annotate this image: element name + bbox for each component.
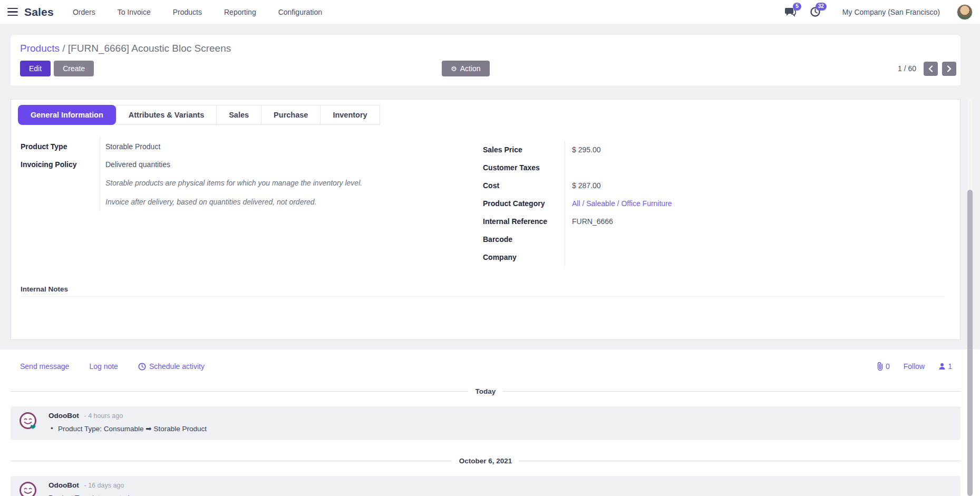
product-type-label: Product Type [21,138,100,155]
pager: 1 / 60 [898,62,956,76]
tab-general-information[interactable]: General Information [18,105,116,125]
company-label: Company [483,248,565,266]
invoicing-policy-help-text: Invoice after delivery, based on quantit… [100,192,421,211]
cost-label: Cost [483,177,565,194]
notebook-tabs: General Information Attributes & Variant… [11,100,960,125]
menu-to-invoice[interactable]: To Invoice [117,5,152,20]
invoicing-policy-label: Invoicing Policy [21,155,100,173]
tab-purchase[interactable]: Purchase [261,105,321,125]
sales-price-label: Sales Price [483,141,565,159]
attachments-counter[interactable]: 0 [876,362,890,371]
customer-taxes-label: Customer Taxes [483,159,565,177]
barcode-label: Barcode [483,230,565,248]
messages-icon[interactable]: 5 [783,6,797,18]
paperclip-icon [876,362,884,371]
message-timestamp: - 16 days ago [84,482,124,489]
odoobot-avatar [19,412,38,431]
activities-clock-icon[interactable]: 32 [809,6,822,18]
chatter: Send message Log note Schedule activity … [0,349,980,496]
cost-value: $ 287.00 [565,177,791,194]
message-author[interactable]: OdooBot [48,481,79,489]
company-value [565,248,791,266]
user-avatar[interactable] [957,4,973,20]
message-body: Product Template created [48,494,952,496]
tab-sales[interactable]: Sales [217,105,261,125]
date-divider-october: October 6, 2021 [11,456,960,465]
gear-icon: ⚙ [451,65,457,73]
top-navbar: Sales Orders To Invoice Products Reporti… [0,0,980,24]
tab-inventory[interactable]: Inventory [321,105,380,125]
message-timestamp: - 4 hours ago [84,412,123,420]
form-sheet: General Information Attributes & Variant… [11,99,960,340]
person-icon [938,363,946,370]
scrollbar-track[interactable] [967,99,973,496]
customer-taxes-value [565,159,791,177]
menu-products[interactable]: Products [172,5,203,20]
schedule-activity-button[interactable]: Schedule activity [138,362,205,371]
create-button[interactable]: Create [54,61,94,76]
control-panel: Products / [FURN_6666] Acoustic Bloc Scr… [11,35,960,85]
invoicing-policy-value: Delivered quantities [100,155,421,173]
messages-badge: 5 [793,3,801,11]
breadcrumb-products-link[interactable]: Products [20,43,60,54]
message-card: OdooBot - 16 days ago Product Template c… [11,476,960,496]
apps-menu-icon[interactable] [7,8,18,16]
followers-counter[interactable]: 1 [938,362,952,371]
log-note-button[interactable]: Log note [89,362,118,371]
edit-button[interactable]: Edit [20,61,51,76]
internal-notes-label: Internal Notes [21,285,68,293]
clock-icon [138,363,146,371]
breadcrumb: Products / [FURN_6666] Acoustic Bloc Scr… [20,43,958,54]
internal-notes-divider [21,296,944,297]
pager-previous-button[interactable] [924,62,938,76]
product-type-value: Storable Product [100,138,421,155]
main-menu: Orders To Invoice Products Reporting Con… [72,5,323,20]
product-category-link[interactable]: All / Saleable / Office Furniture [572,199,672,208]
message-author[interactable]: OdooBot [48,412,79,420]
app-brand[interactable]: Sales [24,6,54,18]
chevron-right-icon [947,65,952,72]
product-category-label: Product Category [483,194,565,212]
barcode-value [565,230,791,248]
action-button[interactable]: ⚙ Action [442,61,490,76]
company-switcher[interactable]: My Company (San Francisco) [842,8,940,16]
message-body: Product Type: Consumable ➡ Storable Prod… [48,424,952,433]
activities-badge: 32 [816,3,827,11]
chatter-toolbar: Send message Log note Schedule activity … [11,362,960,371]
tab-attributes-variants[interactable]: Attributes & Variants [116,105,217,125]
menu-configuration[interactable]: Configuration [277,5,323,20]
breadcrumb-separator: / [62,43,65,54]
message-card: OdooBot - 4 hours ago Product Type: Cons… [11,406,960,440]
sales-price-value: $ 295.00 [565,141,791,159]
send-message-button[interactable]: Send message [20,362,69,371]
pager-count[interactable]: 1 / 60 [898,64,916,73]
date-divider-today: Today [11,386,960,396]
follow-button[interactable]: Follow [904,362,925,371]
internal-reference-value: FURN_6666 [565,212,791,230]
pager-next-button[interactable] [942,62,956,76]
menu-orders[interactable]: Orders [72,5,96,20]
product-type-help-text: Storable products are physical items for… [100,173,421,192]
odoobot-avatar [19,481,38,496]
internal-reference-label: Internal Reference [483,212,565,230]
field-group-right: Sales Price $ 295.00 Customer Taxes Cost… [483,141,791,266]
chevron-left-icon [928,65,933,72]
menu-reporting[interactable]: Reporting [223,5,257,20]
breadcrumb-current: [FURN_6666] Acoustic Bloc Screens [68,43,231,54]
field-group-left: Product Type Storable Product Invoicing … [21,138,421,211]
scrollbar-thumb[interactable] [967,190,973,496]
